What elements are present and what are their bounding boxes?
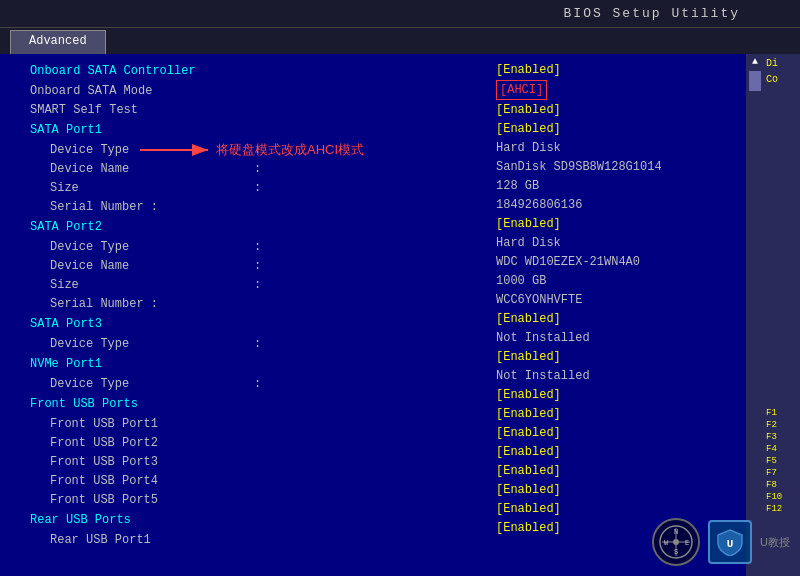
scrollbar-thumb[interactable] [749, 71, 761, 91]
val-sata-port3-enabled: [Enabled] [496, 310, 746, 328]
front-usb-port4-label: Front USB Port4 [50, 472, 250, 490]
svg-point-5 [673, 539, 679, 545]
svg-text:N: N [674, 528, 678, 536]
side-key-f10: F10 [766, 492, 798, 502]
sata-port3-label: SATA Port3 [30, 315, 230, 333]
watermark-site-text: U教授 [760, 535, 790, 550]
sata-port3-device-type-label: Device Type [50, 335, 250, 353]
val-sata-port2-enabled: [Enabled] [496, 215, 746, 233]
rear-usb-port1-label: Rear USB Port1 [50, 531, 250, 549]
tab-advanced[interactable]: Advanced [10, 30, 106, 54]
right-panel: [Enabled] [AHCI] [Enabled] [Enabled] Har… [486, 54, 746, 576]
watermark-area: N S W E U U教授 [652, 518, 790, 566]
sata-port2-size-label: Size [50, 276, 250, 294]
svg-text:W: W [664, 539, 669, 547]
smart-self-test-row[interactable]: SMART Self Test [30, 101, 486, 119]
nvme-port1-label: NVMe Port1 [30, 355, 230, 373]
sata-port2-label: SATA Port2 [30, 218, 230, 236]
bios-title: BIOS Setup Utility [564, 6, 740, 21]
shield-svg: U [716, 528, 744, 556]
val-sata-port2-size: 1000 GB [496, 272, 746, 290]
val-front-usb-port3-enabled: [Enabled] [496, 443, 746, 461]
front-usb-port5-label: Front USB Port5 [50, 491, 250, 509]
sata-port1-device-type-row: Device Type : [30, 141, 486, 159]
sata-port3-device-type-row: Device Type : [30, 335, 486, 353]
tab-bar: Advanced [0, 28, 800, 54]
sata-port1-size-label: Size [50, 179, 250, 197]
val-sata-port1-serial: 184926806136 [496, 196, 746, 214]
side-key-f8: F8 [766, 480, 798, 490]
onboard-sata-ctrl-label: Onboard SATA Controller [30, 62, 230, 80]
val-front-usb-port4-enabled: [Enabled] [496, 462, 746, 480]
front-usb-ports-label: Front USB Ports [30, 395, 230, 413]
val-sata-port2-device-name: WDC WD10EZEX-21WN4A0 [496, 253, 746, 271]
val-sata-port1-size: 128 GB [496, 177, 746, 195]
scrollbar-up-arrow[interactable]: ▲ [752, 56, 758, 67]
nvme-port1-row: NVMe Port1 [30, 354, 486, 374]
sata-port1-row: SATA Port1 [30, 120, 486, 140]
svg-text:U: U [727, 538, 734, 550]
front-usb-port1-label: Front USB Port1 [50, 415, 250, 433]
side-key-f12: F12 [766, 504, 798, 514]
front-usb-port3-label: Front USB Port3 [50, 453, 250, 471]
side-key-f2: F2 [766, 420, 798, 430]
val-sata-port1-device-type: Hard Disk [496, 139, 746, 157]
front-usb-port2-label: Front USB Port2 [50, 434, 250, 452]
sata-port2-row: SATA Port2 [30, 217, 486, 237]
scrollbar[interactable]: ▲ [746, 54, 764, 576]
sata-port1-device-name-label: Device Name [50, 160, 250, 178]
sata-port2-serial-label: Serial Number : [50, 295, 250, 313]
val-front-usb-port1-enabled: [Enabled] [496, 405, 746, 423]
front-usb-port1-row[interactable]: Front USB Port1 [30, 415, 486, 433]
val-nvme-port1-device-type: Not Installed [496, 367, 746, 385]
rear-usb-ports-row: Rear USB Ports [30, 510, 486, 530]
bios-header: BIOS Setup Utility [0, 0, 800, 28]
bios-screen: BIOS Setup Utility Advanced Onboard SATA… [0, 0, 800, 576]
val-rear-usb-ports-enabled: [Enabled] [496, 500, 746, 518]
front-usb-port4-row[interactable]: Front USB Port4 [30, 472, 486, 490]
val-nvme-port1-enabled: [Enabled] [496, 348, 746, 366]
sata-port2-device-name-row: Device Name : [30, 257, 486, 275]
sata-port1-size-row: Size : [30, 179, 486, 197]
nvme-port1-device-type-label: Device Type [50, 375, 250, 393]
val-onboard-sata-ctrl: [Enabled] [496, 61, 746, 79]
rear-usb-ports-label: Rear USB Ports [30, 511, 230, 529]
side-key-f3: F3 [766, 432, 798, 442]
front-usb-port3-row[interactable]: Front USB Port3 [30, 453, 486, 471]
sata-port1-device-type-label: Device Type [50, 141, 250, 159]
sata-port2-device-type-row: Device Type : [30, 238, 486, 256]
sata-port3-row: SATA Port3 [30, 314, 486, 334]
side-key-f7: F7 [766, 468, 798, 478]
val-front-usb-ports-enabled: [Enabled] [496, 386, 746, 404]
front-usb-port5-row[interactable]: Front USB Port5 [30, 491, 486, 509]
onboard-sata-mode-label: Onboard SATA Mode [30, 82, 230, 100]
svg-text:E: E [685, 539, 689, 547]
shield-icon: U [708, 520, 752, 564]
sata-port1-label: SATA Port1 [30, 121, 230, 139]
onboard-sata-mode-row[interactable]: Onboard SATA Mode [30, 82, 486, 100]
side-labels: Di Co F1 F2 F3 F4 F5 F7 F8 F10 F12 [764, 54, 800, 576]
rear-usb-port1-row[interactable]: Rear USB Port1 [30, 531, 486, 549]
sata-port2-device-name-label: Device Name [50, 257, 250, 275]
sata-port1-serial-label: Serial Number : [50, 198, 250, 216]
svg-text:S: S [674, 548, 678, 556]
onboard-sata-ctrl-row: Onboard SATA Controller [30, 61, 486, 81]
sata-port1-serial-row: Serial Number : [30, 198, 486, 216]
sata-port2-size-row: Size : [30, 276, 486, 294]
val-sata-port2-device-type: Hard Disk [496, 234, 746, 252]
val-sata-port2-serial: WCC6YONHVFTE [496, 291, 746, 309]
front-usb-ports-row: Front USB Ports [30, 394, 486, 414]
side-label-co: Co [766, 72, 798, 88]
val-smart: [Enabled] [496, 101, 746, 119]
watermark-circle: N S W E [652, 518, 700, 566]
val-front-usb-port2-enabled: [Enabled] [496, 424, 746, 442]
val-sata-port3-device-type: Not Installed [496, 329, 746, 347]
val-onboard-sata-mode: [AHCI] [496, 80, 746, 100]
sata-port2-serial-row: Serial Number : [30, 295, 486, 313]
val-front-usb-port5-enabled: [Enabled] [496, 481, 746, 499]
side-key-f5: F5 [766, 456, 798, 466]
nvme-port1-device-type-row: Device Type : [30, 375, 486, 393]
front-usb-port2-row[interactable]: Front USB Port2 [30, 434, 486, 452]
side-label-di: Di [766, 56, 798, 72]
main-content: Onboard SATA Controller Onboard SATA Mod… [0, 54, 800, 576]
